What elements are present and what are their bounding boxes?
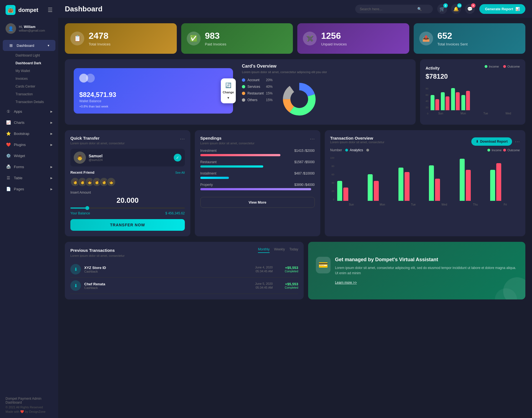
wallet-logo xyxy=(79,74,227,83)
bar-sun-income xyxy=(431,95,434,110)
sidebar-item-dashboard[interactable]: ⊞ Dashboard ▼ xyxy=(3,40,55,51)
spendings-more-icon[interactable]: ⋯ xyxy=(310,136,315,149)
sidebar-item-table[interactable]: ☰ Table ▶ xyxy=(0,172,58,183)
download-report-button[interactable]: ⬇ Download Report xyxy=(471,137,512,146)
legend-others-name: Others xyxy=(247,98,264,102)
pt-title-area: Previous Transactions xyxy=(70,248,115,253)
search-input[interactable] xyxy=(360,7,415,11)
sidebar-subitem-transaction[interactable]: Transaction xyxy=(10,90,58,98)
chevron-right-icon: ▶ xyxy=(50,121,53,124)
spending-property-amount: $3890 /$4000 xyxy=(294,183,314,187)
tab-weekly[interactable]: Weekly xyxy=(274,247,285,253)
txn-name-1: XYZ Store ID xyxy=(84,266,106,270)
friend-avatar-6: 👧 xyxy=(106,177,116,187)
txn-amount-value-1: +$5,553 xyxy=(276,266,298,270)
stat-card-total-sent: 📤 652 Total Invoices Sent xyxy=(414,23,526,54)
to-income-legend: Income xyxy=(487,148,502,152)
prev-transactions-card: Previous Transactions Monthly Weekly Tod… xyxy=(65,242,304,299)
spending-restaurant: Restaurant $1567 /$5000 xyxy=(200,160,315,168)
quick-transfer-card: Quick Transfer Lorem ipsum dolor sit ame… xyxy=(65,130,190,236)
to-income-dot xyxy=(487,149,490,152)
chevron-right-icon: ▶ xyxy=(50,176,53,179)
search-icon[interactable]: 🔍 xyxy=(417,7,422,11)
spending-investment-bar xyxy=(200,154,280,156)
activity-legend-row: Income Outcome xyxy=(485,65,520,68)
plugins-icon: ❤️ xyxy=(6,142,11,147)
search-box: 🔍 xyxy=(355,5,433,13)
view-more-button[interactable]: View More xyxy=(200,197,315,208)
spending-property-bar xyxy=(200,188,311,190)
sidebar-subitem-transaction-details[interactable]: Transaction Details xyxy=(10,98,58,106)
to-chart-wrapper: 0 20 40 60 80 100 xyxy=(330,157,520,206)
slider-thumb[interactable] xyxy=(85,206,89,210)
contact-row: 👨 Samuel @sum224 ✓ xyxy=(70,149,185,166)
sidebar-item-widget[interactable]: ⚙️ Widget xyxy=(0,150,58,161)
txn-date-value-1: June 4, 2020 xyxy=(255,266,273,269)
bar-mon-outcome xyxy=(446,96,449,110)
recent-label: Recent Friend xyxy=(70,170,94,175)
legend-restaurant-name: Restaurant xyxy=(247,91,264,95)
sidebar-item-apps[interactable]: ① Apps ▶ xyxy=(0,106,58,117)
unpaid-invoices-icon: ✖️ xyxy=(303,32,317,45)
sidebar-item-label: Table xyxy=(14,176,22,180)
hamburger-icon[interactable]: ☰ xyxy=(48,7,53,13)
sidebar-item-pages[interactable]: 📄 Pages ▶ xyxy=(0,183,58,194)
message-badge: 5 xyxy=(471,3,475,8)
sidebar-item-forms[interactable]: 🖨️ Forms ▶ xyxy=(0,161,58,172)
more-options-icon[interactable]: ⋯ xyxy=(180,136,185,149)
wallet-overview-inner: $824,571.93 Wallet Balance +0.8% than la… xyxy=(65,59,416,125)
sidebar-item-plugins[interactable]: ❤️ Plugins ▶ xyxy=(0,139,58,150)
widget-icon: ⚙️ xyxy=(6,153,11,158)
sidebar-item-label: Pages xyxy=(14,187,24,191)
transfer-now-button[interactable]: TRANSFER NOW xyxy=(70,219,185,231)
activity-bar-chart xyxy=(429,83,520,110)
bell-button[interactable]: 🔔 12 xyxy=(451,4,461,14)
sidebar-subitem-invoices[interactable]: Invoices xyxy=(10,75,58,83)
sidebar-subitem-cards-center[interactable]: Cards Center xyxy=(10,83,58,90)
toggle-inactive-dot xyxy=(366,149,369,152)
sidebar-subitem-my-wallet[interactable]: My Wallet xyxy=(10,67,58,75)
cards-overview-desc: Lorem ipsum dolor sit amet, consectetur … xyxy=(242,70,410,74)
restaurant-dot xyxy=(242,92,245,95)
total-invoices-icon: 📋 xyxy=(70,32,84,45)
contact-handle: @sum224 xyxy=(89,158,103,161)
paid-invoices-number: 983 xyxy=(205,31,226,41)
message-button[interactable]: 💬 5 xyxy=(465,4,475,14)
cart-button[interactable]: 🛒 2 xyxy=(437,4,447,14)
to-title: Transaction Overview xyxy=(330,136,385,140)
sidebar-item-charts[interactable]: 📈 Charts ▶ xyxy=(0,117,58,128)
see-all-link[interactable]: See All xyxy=(175,171,185,174)
analytics-toggle[interactable]: Analytics xyxy=(345,148,363,152)
spending-property: Property $3890 /$4000 xyxy=(200,183,315,190)
bar-group-mon xyxy=(441,92,449,110)
paid-invoices-label: Paid Invoices xyxy=(205,42,226,46)
sidebar-subitem-dashboard-light[interactable]: Dashboard Light xyxy=(10,52,58,59)
refresh-icon: 🔄 xyxy=(225,82,231,88)
txn-item-1: ⬇ XYZ Store ID Cashback June 4, 2020 05:… xyxy=(70,261,298,278)
generate-report-button[interactable]: Generate Report 📊 xyxy=(479,4,525,14)
bottom-row: Quick Transfer Lorem ipsum dolor sit ame… xyxy=(65,130,525,236)
analytics-label: Analytics xyxy=(350,148,363,152)
sidebar-submenu-dashboard: Dashboard Light Dashboard Dark My Wallet… xyxy=(0,52,58,106)
total-sent-icon: 📤 xyxy=(419,32,433,45)
overview-body: Account 20% Services 40% xyxy=(242,78,410,120)
amount-slider[interactable] xyxy=(70,207,185,209)
sp-title: Spendings xyxy=(200,136,255,140)
txn-type-2: Cashback xyxy=(84,286,105,289)
to-more-icon[interactable]: ⋯ xyxy=(515,139,520,145)
change-button[interactable]: 🔄 Change ▼ xyxy=(221,78,236,103)
cards-overview-title: Card's Overview xyxy=(242,64,410,69)
stat-card-paid-invoices: ✅ 983 Paid Invoices xyxy=(181,23,293,54)
va-learn-more-link[interactable]: Learn more >> xyxy=(335,281,357,284)
user-email: william@gmail.com xyxy=(19,29,45,32)
spending-installment-header: Installment $487 /$10000 xyxy=(200,171,315,175)
legend-services-pct: 40% xyxy=(266,85,273,89)
sidebar-item-bootstrap[interactable]: ⭐ Bootstrap ▶ xyxy=(0,128,58,139)
tab-monthly[interactable]: Monthly xyxy=(258,247,270,253)
sidebar-subitem-dashboard-dark[interactable]: Dashboard Dark xyxy=(10,59,58,67)
to-bar-tue-outcome xyxy=(405,172,410,201)
spending-installment-name: Installment xyxy=(200,171,216,175)
tab-today[interactable]: Today xyxy=(289,247,298,253)
footer-title: Dompet Payment Admin Dashboard xyxy=(6,397,53,404)
unpaid-invoices-number: 1256 xyxy=(321,31,347,41)
